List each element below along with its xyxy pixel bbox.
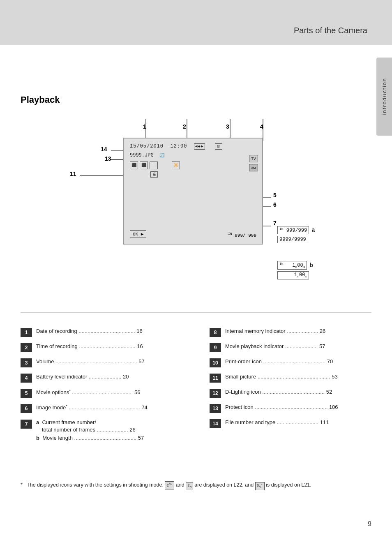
dlighting-icon: 🔆 xyxy=(172,162,180,169)
list-item: 5 Movie options* .......................… xyxy=(21,385,197,401)
item-num-11: 11 xyxy=(210,374,221,383)
item-text-13: Protect icon ...........................… xyxy=(225,404,374,411)
item-dots-7a: ..................... xyxy=(97,427,129,433)
item-page-9: 57 xyxy=(319,343,325,349)
callout-1: 1 xyxy=(143,123,146,130)
small-pic-icon2: ⬛ xyxy=(140,162,148,169)
item-label-11: Small picture xyxy=(225,374,256,380)
footnote-and: and xyxy=(176,482,186,488)
screen-content: 15/05/2010 12:00 ◄◆► ⊡ 9999.JPG 🔄 ⬛ ⬛ ⬜ … xyxy=(124,138,262,182)
item-label-9: Movie playback indicator xyxy=(225,343,284,349)
list-item: 2 Time of recording ....................… xyxy=(21,340,197,355)
info-b-bracket2: 1m00s xyxy=(277,271,309,279)
item-label-10: Print-order icon xyxy=(225,358,262,365)
item-label-8: Internal memory indicator xyxy=(225,328,286,334)
item-text-3: Volume .................................… xyxy=(36,358,197,365)
list-item: 1 Date of recording ....................… xyxy=(21,325,197,340)
item-page-1: 16 xyxy=(136,328,142,334)
screen-right-icons: TV 2M xyxy=(249,155,258,171)
callout-4: 4 xyxy=(260,123,263,130)
info-box-b: IN 1m00s b 1m00s xyxy=(277,261,313,279)
item-label-4: Battery level indicator xyxy=(36,374,87,380)
item-dots-1: ...................................... xyxy=(78,328,136,334)
callout-2: 2 xyxy=(183,123,186,130)
camera-screen: 15/05/2010 12:00 ◄◆► ⊡ 9999.JPG 🔄 ⬛ ⬛ ⬜ … xyxy=(123,138,263,245)
item-text-14: File number and type ...................… xyxy=(225,419,374,426)
item-page-10: 70 xyxy=(327,358,333,365)
page: Parts of the Camera Introduction Playbac… xyxy=(0,0,392,540)
item-text-7: a Current frame number/ total number of … xyxy=(36,419,197,442)
item-text-1: Date of recording ......................… xyxy=(36,328,197,335)
item-7b: b Movie length .........................… xyxy=(36,434,197,442)
item-label-6: Image mode* xyxy=(36,404,67,411)
tv-icon: TV xyxy=(249,155,258,162)
items-list: 1 Date of recording ....................… xyxy=(21,325,374,445)
item-text-9: Movie playback indicator ...............… xyxy=(225,343,374,350)
section-title: Playback xyxy=(21,95,60,105)
list-item: 4 Battery level indicator ..............… xyxy=(21,370,197,385)
info-box-a: IN 999/999 a 9999/9999 xyxy=(277,226,315,243)
item-page-6: 74 xyxy=(141,404,147,411)
item-label-5: Movie options* xyxy=(36,389,71,395)
list-item: 10 Print-order icon ....................… xyxy=(210,355,374,370)
screen-bottom: OK ▶ IN 999/ 999 xyxy=(130,230,256,238)
page-number: 9 xyxy=(368,520,371,528)
callout-7: 7 xyxy=(273,220,277,226)
item-text-4: Battery level indicator ................… xyxy=(36,373,197,381)
list-item: 6 Image mode* ..........................… xyxy=(21,401,197,416)
img-icon: 2M xyxy=(249,164,258,171)
item-text-8: Internal memory indicator ..............… xyxy=(225,328,374,335)
ok-box: OK ▶ xyxy=(130,230,146,238)
item-dots-9: ...................... xyxy=(285,343,319,349)
item-text-2: Time of recording ......................… xyxy=(36,343,197,350)
item-label-7a2: total number of frames xyxy=(42,427,95,433)
item-page-7a: 26 xyxy=(129,427,135,433)
print-icon: 🖨 xyxy=(150,171,158,178)
item-num-10: 10 xyxy=(210,358,221,367)
sidebar-tab: Introduction xyxy=(376,58,392,136)
list-item: 3 Volume ...............................… xyxy=(21,355,197,370)
item-num-12: 12 xyxy=(210,389,221,398)
list-item: 11 Small picture .......................… xyxy=(210,370,374,385)
item-dots-11: ........................................… xyxy=(258,374,332,380)
list-item: 14 File number and type ................… xyxy=(210,416,374,431)
item-text-5: Movie options* .........................… xyxy=(36,388,197,397)
item-dots-4: ...................... xyxy=(89,374,123,380)
info-b-bracket1: IN 1m00s xyxy=(277,261,307,270)
item-num-8: 8 xyxy=(210,328,221,337)
item-label-7b: b Movie length xyxy=(36,435,73,441)
callout-11: 11 xyxy=(70,171,76,177)
footnote-icon2: 2M xyxy=(186,482,193,490)
item-dots-13: ........................................… xyxy=(255,404,329,410)
screen-frame-small: IN 999/ 999 xyxy=(228,232,256,238)
item-page-12: 52 xyxy=(326,389,332,395)
list-item: 12 D-Lighting icon .....................… xyxy=(210,385,374,401)
callout-3: 3 xyxy=(226,123,229,130)
screen-filename: 9999.JPG 🔄 xyxy=(130,152,256,159)
screen-bottom-left: OK ▶ xyxy=(130,230,146,238)
item-page-14: 111 xyxy=(320,419,329,425)
item-page-2: 16 xyxy=(137,343,143,349)
protect-sym: 🔄 xyxy=(159,153,164,158)
item-label-7a: a Current frame number/ xyxy=(36,419,96,425)
item-dots-3: ........................................… xyxy=(55,358,138,365)
list-item: 13 Protect icon ........................… xyxy=(210,401,374,416)
item-num-7: 7 xyxy=(21,420,32,429)
item-page-8: 26 xyxy=(320,328,325,334)
item-num-6: 6 xyxy=(21,404,32,413)
item-page-11: 53 xyxy=(332,374,337,380)
item-dots-6: ........................................… xyxy=(69,404,141,411)
list-item: 8 Internal memory indicator ............… xyxy=(210,325,374,340)
diagram-area: 1 2 3 4 14 13 11 12 10 5 6 7 9 8 15/05/2… xyxy=(49,111,370,312)
item-7a: a Current frame number/ xyxy=(36,419,197,426)
item-dots-5: ........................................… xyxy=(72,389,134,395)
small-pic-icon: ⬛ xyxy=(130,162,138,169)
callout-5: 5 xyxy=(273,192,277,198)
top-bar xyxy=(0,0,392,45)
item-num-1: 1 xyxy=(21,328,32,337)
item-num-4: 4 xyxy=(21,374,32,383)
item-label-14: File number and type xyxy=(225,419,275,425)
item-page-3: 57 xyxy=(138,358,144,365)
small-pic-icon3: ⬜ xyxy=(150,162,158,169)
item-page-7b: 57 xyxy=(138,435,144,441)
